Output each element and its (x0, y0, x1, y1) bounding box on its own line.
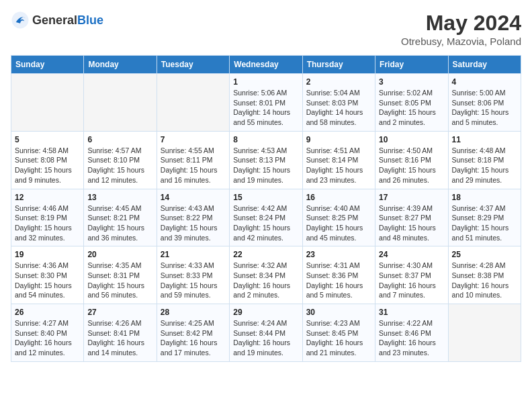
calendar-cell: 23Sunrise: 4:31 AM Sunset: 8:36 PM Dayli… (302, 246, 375, 304)
day-number: 20 (87, 250, 152, 259)
day-info: Sunrise: 4:31 AM Sunset: 8:36 PM Dayligh… (306, 261, 371, 300)
calendar-week-row: 5Sunrise: 4:58 AM Sunset: 8:08 PM Daylig… (11, 131, 521, 189)
calendar-cell: 29Sunrise: 4:24 AM Sunset: 8:44 PM Dayli… (230, 304, 302, 362)
calendar-cell: 3Sunrise: 5:02 AM Sunset: 8:05 PM Daylig… (375, 74, 448, 132)
logo-blue: Blue (77, 13, 103, 28)
day-number: 21 (161, 250, 226, 259)
day-number: 16 (306, 193, 371, 202)
day-info: Sunrise: 4:42 AM Sunset: 8:24 PM Dayligh… (233, 203, 298, 243)
calendar-cell: 4Sunrise: 5:00 AM Sunset: 8:06 PM Daylig… (448, 74, 521, 132)
day-info: Sunrise: 5:06 AM Sunset: 8:01 PM Dayligh… (233, 88, 298, 128)
calendar-cell: 1Sunrise: 5:06 AM Sunset: 8:01 PM Daylig… (230, 74, 302, 132)
day-number: 9 (306, 135, 371, 144)
page-header: General Blue May 2024 Otrebusy, Mazovia,… (11, 11, 521, 47)
weekday-header-row: SundayMondayTuesdayWednesdayThursdayFrid… (11, 56, 521, 74)
day-number: 31 (379, 308, 444, 317)
day-info: Sunrise: 5:00 AM Sunset: 8:06 PM Dayligh… (452, 88, 517, 128)
day-info: Sunrise: 4:45 AM Sunset: 8:21 PM Dayligh… (87, 203, 152, 243)
calendar-cell: 7Sunrise: 4:55 AM Sunset: 8:11 PM Daylig… (157, 131, 229, 189)
calendar-cell (84, 74, 157, 132)
calendar-cell: 9Sunrise: 4:51 AM Sunset: 8:14 PM Daylig… (302, 131, 375, 189)
logo-general: General (32, 13, 77, 28)
calendar-cell: 25Sunrise: 4:28 AM Sunset: 8:38 PM Dayli… (448, 246, 521, 304)
day-info: Sunrise: 4:26 AM Sunset: 8:41 PM Dayligh… (87, 318, 152, 358)
day-info: Sunrise: 4:33 AM Sunset: 8:33 PM Dayligh… (161, 261, 226, 300)
day-info: Sunrise: 4:32 AM Sunset: 8:34 PM Dayligh… (233, 261, 298, 300)
day-number: 15 (233, 193, 298, 202)
calendar-cell: 28Sunrise: 4:25 AM Sunset: 8:42 PM Dayli… (157, 304, 229, 362)
day-info: Sunrise: 4:27 AM Sunset: 8:40 PM Dayligh… (15, 318, 80, 358)
title-block: May 2024 Otrebusy, Mazovia, Poland (401, 11, 521, 47)
calendar-cell: 8Sunrise: 4:53 AM Sunset: 8:13 PM Daylig… (230, 131, 302, 189)
day-number: 6 (87, 135, 152, 144)
calendar-cell: 13Sunrise: 4:45 AM Sunset: 8:21 PM Dayli… (84, 189, 157, 246)
day-number: 5 (15, 135, 80, 144)
calendar-cell (157, 74, 229, 132)
day-number: 7 (161, 135, 226, 144)
day-info: Sunrise: 5:04 AM Sunset: 8:03 PM Dayligh… (306, 88, 371, 128)
day-number: 18 (452, 193, 517, 202)
calendar-cell: 16Sunrise: 4:40 AM Sunset: 8:25 PM Dayli… (302, 189, 375, 246)
day-info: Sunrise: 4:36 AM Sunset: 8:30 PM Dayligh… (15, 261, 80, 300)
weekday-header-wednesday: Wednesday (230, 56, 302, 74)
day-info: Sunrise: 4:35 AM Sunset: 8:31 PM Dayligh… (87, 261, 152, 300)
weekday-header-tuesday: Tuesday (157, 56, 229, 74)
day-number: 11 (452, 135, 517, 144)
calendar-cell: 18Sunrise: 4:37 AM Sunset: 8:29 PM Dayli… (448, 189, 521, 246)
day-info: Sunrise: 4:28 AM Sunset: 8:38 PM Dayligh… (452, 261, 517, 300)
calendar-week-row: 19Sunrise: 4:36 AM Sunset: 8:30 PM Dayli… (11, 246, 521, 304)
calendar-cell: 27Sunrise: 4:26 AM Sunset: 8:41 PM Dayli… (84, 304, 157, 362)
day-info: Sunrise: 4:55 AM Sunset: 8:11 PM Dayligh… (161, 146, 226, 185)
calendar-cell: 19Sunrise: 4:36 AM Sunset: 8:30 PM Dayli… (11, 246, 84, 304)
day-number: 24 (379, 250, 444, 259)
day-number: 4 (452, 77, 517, 87)
day-number: 17 (379, 193, 444, 202)
calendar-cell: 15Sunrise: 4:42 AM Sunset: 8:24 PM Dayli… (230, 189, 302, 246)
day-number: 1 (233, 77, 298, 87)
day-number: 3 (379, 77, 444, 87)
day-number: 30 (306, 308, 371, 317)
calendar-cell: 22Sunrise: 4:32 AM Sunset: 8:34 PM Dayli… (230, 246, 302, 304)
calendar-cell: 12Sunrise: 4:46 AM Sunset: 8:19 PM Dayli… (11, 189, 84, 246)
day-number: 13 (87, 193, 152, 202)
calendar-table: SundayMondayTuesdayWednesdayThursdayFrid… (11, 55, 521, 362)
weekday-header-sunday: Sunday (11, 56, 84, 74)
day-info: Sunrise: 4:22 AM Sunset: 8:46 PM Dayligh… (379, 318, 444, 358)
calendar-cell: 26Sunrise: 4:27 AM Sunset: 8:40 PM Dayli… (11, 304, 84, 362)
day-number: 29 (233, 308, 298, 317)
day-info: Sunrise: 4:46 AM Sunset: 8:19 PM Dayligh… (15, 203, 80, 243)
calendar-week-row: 26Sunrise: 4:27 AM Sunset: 8:40 PM Dayli… (11, 304, 521, 362)
day-number: 19 (15, 250, 80, 259)
calendar-cell: 2Sunrise: 5:04 AM Sunset: 8:03 PM Daylig… (302, 74, 375, 132)
day-number: 2 (306, 77, 371, 87)
day-info: Sunrise: 4:51 AM Sunset: 8:14 PM Dayligh… (306, 146, 371, 185)
day-info: Sunrise: 4:58 AM Sunset: 8:08 PM Dayligh… (15, 146, 80, 185)
calendar-cell: 20Sunrise: 4:35 AM Sunset: 8:31 PM Dayli… (84, 246, 157, 304)
day-number: 25 (452, 250, 517, 259)
logo-icon (11, 11, 30, 30)
calendar-cell: 14Sunrise: 4:43 AM Sunset: 8:22 PM Dayli… (157, 189, 229, 246)
day-info: Sunrise: 4:30 AM Sunset: 8:37 PM Dayligh… (379, 261, 444, 300)
day-number: 12 (15, 193, 80, 202)
weekday-header-thursday: Thursday (302, 56, 375, 74)
page-title: May 2024 (401, 11, 521, 36)
calendar-cell: 17Sunrise: 4:39 AM Sunset: 8:27 PM Dayli… (375, 189, 448, 246)
day-number: 10 (379, 135, 444, 144)
calendar-cell: 30Sunrise: 4:23 AM Sunset: 8:45 PM Dayli… (302, 304, 375, 362)
day-number: 14 (161, 193, 226, 202)
day-info: Sunrise: 5:02 AM Sunset: 8:05 PM Dayligh… (379, 88, 444, 128)
calendar-cell (448, 304, 521, 362)
calendar-cell: 5Sunrise: 4:58 AM Sunset: 8:08 PM Daylig… (11, 131, 84, 189)
day-number: 22 (233, 250, 298, 259)
calendar-cell: 31Sunrise: 4:22 AM Sunset: 8:46 PM Dayli… (375, 304, 448, 362)
day-number: 23 (306, 250, 371, 259)
calendar-cell: 11Sunrise: 4:48 AM Sunset: 8:18 PM Dayli… (448, 131, 521, 189)
calendar-week-row: 1Sunrise: 5:06 AM Sunset: 8:01 PM Daylig… (11, 74, 521, 132)
weekday-header-monday: Monday (84, 56, 157, 74)
day-number: 26 (15, 308, 80, 317)
day-info: Sunrise: 4:50 AM Sunset: 8:16 PM Dayligh… (379, 146, 444, 185)
day-info: Sunrise: 4:48 AM Sunset: 8:18 PM Dayligh… (452, 146, 517, 185)
weekday-header-saturday: Saturday (448, 56, 521, 74)
day-number: 28 (161, 308, 226, 317)
logo-text: General Blue (32, 13, 103, 28)
